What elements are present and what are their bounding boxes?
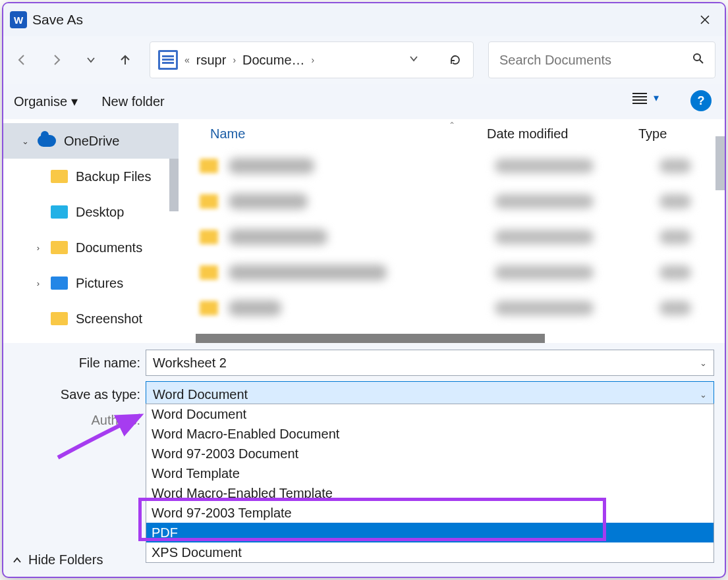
title-bar: W Save As <box>3 3 725 36</box>
chevron-down-icon: ⌄ <box>700 390 707 400</box>
explorer-body: ⌄ OneDrive Backup Files Desktop › Docume… <box>3 119 725 343</box>
tree-label: Pictures <box>76 276 123 291</box>
onedrive-icon <box>38 135 56 147</box>
search-box[interactable] <box>488 41 715 78</box>
save-form: File name: Worksheet 2 ⌄ Save as type: W… <box>3 343 725 428</box>
chevron-down-icon <box>86 55 96 65</box>
view-button[interactable]: ▾ <box>632 92 659 104</box>
horizontal-scrollbar-thumb[interactable] <box>196 334 545 343</box>
file-row[interactable] <box>179 255 725 290</box>
arrow-right-icon <box>50 53 63 66</box>
refresh-icon <box>449 53 462 66</box>
type-option[interactable]: Word Template <box>146 463 714 483</box>
folder-icon <box>200 159 218 173</box>
path-segment-1[interactable]: rsupr <box>196 53 227 68</box>
organise-menu[interactable]: Organise ▾ <box>14 93 78 109</box>
organise-label: Organise <box>14 94 67 109</box>
hide-folders-button[interactable]: Hide Folders <box>13 552 103 567</box>
chevron-down-icon: ⌄ <box>700 358 707 368</box>
arrow-up-icon <box>119 53 132 66</box>
location-doc-icon <box>158 50 178 70</box>
nav-up-button[interactable] <box>115 50 135 70</box>
file-name-label: File name: <box>14 356 146 371</box>
list-view-icon <box>632 92 647 104</box>
column-date[interactable]: Date modified <box>487 126 638 142</box>
nav-recent-dropdown[interactable] <box>81 50 101 70</box>
chevron-down-icon <box>409 54 418 63</box>
type-option[interactable]: Word Macro-Enabled Document <box>146 424 714 444</box>
save-as-dialog: W Save As « rsupr › Docume… › <box>2 2 726 578</box>
save-type-value: Word Document <box>153 387 248 402</box>
tree-label: Backup Files <box>76 169 152 184</box>
type-option[interactable]: Word 97-2003 Document <box>146 444 714 463</box>
file-row[interactable] <box>179 184 725 219</box>
nav-forward-button[interactable] <box>47 50 67 70</box>
close-button[interactable] <box>685 3 725 36</box>
chevron-right-icon: › <box>233 55 236 65</box>
chevron-right-icon: › <box>312 55 315 65</box>
authors-label: Authors: <box>14 413 146 428</box>
file-row[interactable] <box>179 290 725 326</box>
file-name-value: Worksheet 2 <box>153 356 227 371</box>
chevron-right-icon: › <box>34 278 43 288</box>
address-dropdown[interactable] <box>402 54 426 66</box>
new-folder-button[interactable]: New folder <box>101 94 165 109</box>
window-title: Save As <box>32 12 83 28</box>
help-icon: ? <box>698 94 705 108</box>
file-name-input[interactable]: Worksheet 2 ⌄ <box>146 350 714 376</box>
chevron-up-icon <box>13 556 22 565</box>
type-option[interactable]: XPS Document <box>146 542 714 562</box>
path-prefix: « <box>184 55 190 65</box>
folder-icon <box>51 241 68 254</box>
tree-label: Screenshot <box>76 311 142 327</box>
hide-folders-label: Hide Folders <box>28 552 103 567</box>
tree-item-documents[interactable]: › Documents <box>3 230 179 265</box>
nav-row: « rsupr › Docume… › <box>3 36 725 84</box>
folder-icon <box>51 170 68 183</box>
column-type[interactable]: Type <box>638 126 667 142</box>
arrow-left-icon <box>16 53 29 66</box>
folder-tree: ⌄ OneDrive Backup Files Desktop › Docume… <box>3 119 179 343</box>
column-name[interactable]: Name <box>210 126 487 142</box>
type-option[interactable]: Word Document <box>146 404 714 424</box>
address-bar[interactable]: « rsupr › Docume… › <box>150 41 474 78</box>
type-option[interactable]: Word Macro-Enabled Template <box>146 483 714 503</box>
help-button[interactable]: ? <box>690 90 712 111</box>
file-row[interactable] <box>179 219 725 255</box>
folder-icon <box>51 312 68 325</box>
file-row[interactable] <box>179 148 725 184</box>
tree-item-pictures[interactable]: › Pictures <box>3 265 179 301</box>
save-type-label: Save as type: <box>14 387 146 402</box>
tree-label: Documents <box>76 240 142 255</box>
tree-scrollbar-thumb[interactable] <box>169 159 179 211</box>
sort-indicator-icon: ⌃ <box>449 120 455 130</box>
refresh-button[interactable] <box>445 50 465 70</box>
toolbar: Organise ▾ New folder ▾ ? <box>3 84 725 119</box>
word-app-icon: W <box>10 11 27 28</box>
new-folder-label: New folder <box>101 94 165 109</box>
vertical-scrollbar-thumb[interactable] <box>715 136 725 190</box>
nav-back-button[interactable] <box>13 50 32 70</box>
type-option-pdf[interactable]: PDF <box>146 523 714 542</box>
caret-down-icon: ▾ <box>654 92 659 104</box>
type-option[interactable]: Word 97-2003 Template <box>146 503 714 523</box>
tree-item-onedrive[interactable]: ⌄ OneDrive <box>3 123 179 159</box>
chevron-down-icon: ⌄ <box>20 136 30 146</box>
pictures-icon <box>51 277 68 290</box>
tree-item-backup[interactable]: Backup Files <box>3 159 179 194</box>
file-list: ⌃ Name Date modified Type <box>179 119 725 343</box>
tree-label: OneDrive <box>64 134 119 149</box>
folder-icon <box>200 230 218 244</box>
tree-item-screenshot[interactable]: Screenshot <box>3 301 179 336</box>
tree-item-desktop[interactable]: Desktop <box>3 194 179 230</box>
folder-icon <box>200 265 218 280</box>
search-input[interactable] <box>499 53 692 68</box>
chevron-right-icon: › <box>34 243 43 253</box>
desktop-icon <box>51 205 68 219</box>
folder-icon <box>200 301 218 315</box>
path-segment-2[interactable]: Docume… <box>242 53 304 68</box>
tree-label: Desktop <box>76 205 124 220</box>
svg-point-0 <box>694 54 700 61</box>
caret-down-icon: ▾ <box>71 93 78 109</box>
search-icon <box>692 53 704 68</box>
